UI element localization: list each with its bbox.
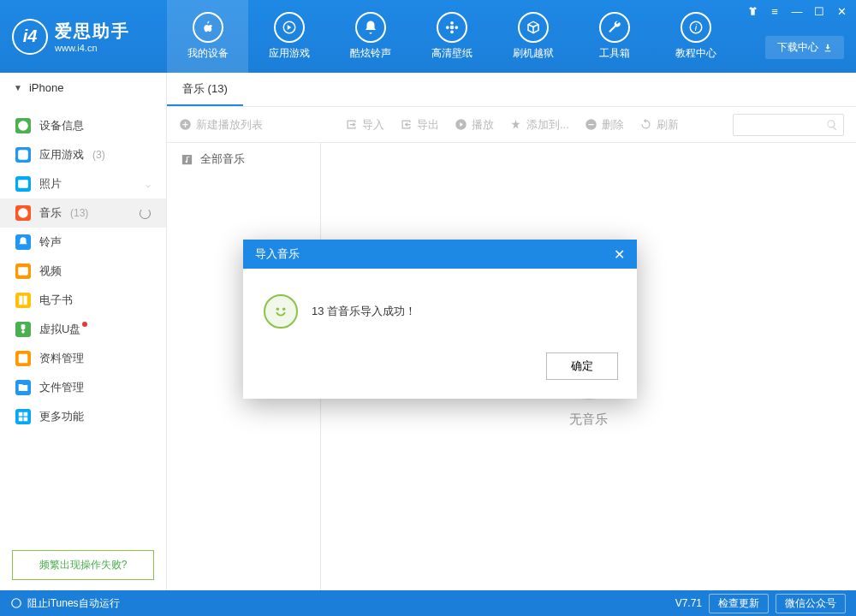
- svg-point-2: [450, 21, 454, 25]
- svg-rect-21: [24, 418, 28, 422]
- sidebar-item-usb[interactable]: 虚拟U盘: [0, 315, 166, 344]
- svg-point-13: [21, 182, 22, 184]
- sidebar-item-folder[interactable]: 文件管理: [0, 373, 166, 402]
- flower-icon: [437, 12, 467, 43]
- tab-music[interactable]: 音乐 (13): [167, 73, 243, 106]
- grid-icon: [15, 409, 31, 424]
- export-button[interactable]: 导出: [400, 117, 439, 133]
- svg-point-22: [12, 599, 21, 608]
- nav-bell[interactable]: 酷炫铃声: [330, 0, 411, 73]
- nav-box[interactable]: 刷机越狱: [492, 0, 574, 73]
- wechat-button[interactable]: 微信公众号: [776, 594, 846, 613]
- toolbar: 新建播放列表 导入 导出 播放 添加到... 删除 刷新: [167, 107, 856, 143]
- sidebar-item-info[interactable]: i设备信息: [0, 111, 166, 140]
- sidebar-item-video[interactable]: 视频: [0, 257, 166, 286]
- search-icon: [826, 119, 838, 131]
- svg-point-24: [283, 308, 285, 310]
- nav-bar: 我的设备应用游戏酷炫铃声高清壁纸刷机越狱工具箱i教程中心: [167, 0, 736, 73]
- export-icon: [400, 118, 413, 131]
- nav-apps[interactable]: 应用游戏: [248, 0, 330, 73]
- circle-icon: [10, 597, 22, 609]
- music-list-icon: [181, 153, 193, 166]
- logo-icon: i4: [12, 19, 48, 55]
- sidebar-item-data[interactable]: 资料管理: [0, 344, 166, 373]
- nav-info[interactable]: i教程中心: [655, 0, 736, 73]
- sidebar-item-photo[interactable]: 照片⌵: [0, 169, 166, 198]
- sidebar-item-bell[interactable]: 铃声: [0, 228, 166, 257]
- info-icon: i: [15, 118, 31, 133]
- check-update-button[interactable]: 检查更新: [709, 594, 769, 613]
- svg-point-5: [455, 26, 458, 29]
- chevron-down-icon: ▼: [14, 83, 22, 92]
- svg-point-23: [276, 308, 278, 310]
- play-button[interactable]: 播放: [455, 117, 494, 133]
- close-icon[interactable]: ✕: [832, 3, 851, 19]
- itunes-block-toggle[interactable]: 阻止iTunes自动运行: [10, 596, 120, 611]
- new-playlist-button[interactable]: 新建播放列表: [179, 117, 263, 133]
- dialog-message: 13 首音乐导入成功！: [312, 304, 416, 319]
- window-controls: ≡ — ☐ ✕: [743, 3, 851, 19]
- dialog-titlebar: 导入音乐 ✕: [243, 240, 637, 269]
- apps-icon: [274, 12, 305, 43]
- sidebar-item-grid[interactable]: 更多功能: [0, 402, 166, 431]
- troubleshoot-link[interactable]: 频繁出现操作失败?: [12, 550, 154, 580]
- search-input[interactable]: [733, 114, 844, 136]
- dialog-close-icon[interactable]: ✕: [614, 246, 625, 263]
- minimize-icon[interactable]: —: [788, 3, 806, 19]
- maximize-icon[interactable]: ☐: [810, 3, 829, 19]
- sidebar: ▼ iPhone i设备信息A应用游戏(3)照片⌵音乐(13)铃声视频电子书虚拟…: [0, 73, 167, 590]
- usb-icon: [15, 322, 31, 337]
- sidebar-item-apps[interactable]: A应用游戏(3): [0, 140, 166, 169]
- folder-icon: [15, 380, 31, 395]
- import-icon: [345, 118, 358, 131]
- sidebar-item-book[interactable]: 电子书: [0, 286, 166, 315]
- photo-icon: [15, 176, 31, 192]
- svg-rect-16: [21, 324, 26, 329]
- delete-button[interactable]: 删除: [585, 117, 624, 133]
- data-icon: [15, 351, 31, 366]
- sidebar-item-music[interactable]: 音乐(13): [0, 198, 166, 228]
- bell-icon: [355, 12, 386, 43]
- import-dialog: 导入音乐 ✕ 13 首音乐导入成功！ 确定: [243, 240, 637, 399]
- logo[interactable]: i4 爱思助手 www.i4.cn: [0, 19, 167, 55]
- loading-spinner-icon: [140, 208, 151, 219]
- nav-apple[interactable]: 我的设备: [167, 0, 248, 73]
- device-name: iPhone: [29, 81, 63, 94]
- add-to-button[interactable]: 添加到...: [509, 117, 569, 133]
- bell-icon: [15, 234, 31, 250]
- footer: 阻止iTunes自动运行 V7.71 检查更新 微信公众号: [0, 590, 856, 616]
- book-icon: [15, 293, 31, 308]
- download-center-button[interactable]: 下载中心: [765, 36, 844, 59]
- svg-text:i: i: [22, 122, 24, 130]
- music-icon: [15, 205, 31, 221]
- svg-point-3: [450, 30, 454, 33]
- shirt-icon[interactable]: [743, 3, 762, 19]
- apps-icon: A: [15, 147, 31, 163]
- sublist-all-music[interactable]: 全部音乐: [167, 143, 320, 175]
- svg-rect-20: [19, 418, 23, 422]
- notification-dot-icon: [82, 322, 87, 327]
- svg-rect-19: [24, 412, 28, 417]
- wrench-icon: [599, 12, 630, 43]
- chevron-down-icon: ⌵: [146, 180, 151, 189]
- svg-rect-18: [19, 412, 23, 417]
- version-label: V7.71: [675, 597, 702, 609]
- apple-icon: [193, 12, 223, 43]
- box-icon: [518, 12, 549, 43]
- header: i4 爱思助手 www.i4.cn 我的设备应用游戏酷炫铃声高清壁纸刷机越狱工具…: [0, 0, 856, 73]
- tab-row: 音乐 (13): [167, 73, 856, 107]
- play-icon: [455, 118, 467, 131]
- download-icon: [823, 44, 832, 52]
- dialog-ok-button[interactable]: 确定: [546, 352, 618, 380]
- device-selector[interactable]: ▼ iPhone: [0, 73, 166, 103]
- refresh-button[interactable]: 刷新: [639, 117, 679, 133]
- empty-text: 无音乐: [569, 412, 608, 428]
- logo-text: 爱思助手 www.i4.cn: [55, 20, 130, 53]
- nav-flower[interactable]: 高清壁纸: [411, 0, 492, 73]
- success-icon: [264, 294, 298, 329]
- add-icon: [509, 118, 522, 131]
- svg-point-4: [445, 26, 449, 29]
- nav-wrench[interactable]: 工具箱: [574, 0, 655, 73]
- import-button[interactable]: 导入: [345, 117, 384, 133]
- menu-icon[interactable]: ≡: [765, 3, 784, 19]
